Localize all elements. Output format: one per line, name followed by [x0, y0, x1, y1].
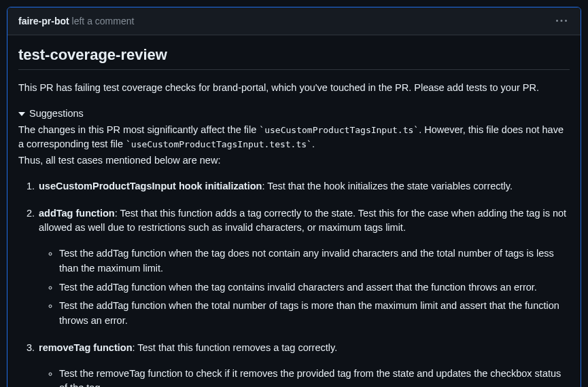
suggestions-para-1: The changes in this PR most significantl… — [18, 123, 570, 153]
item-title: removeTag function — [39, 342, 133, 353]
sub-list-item: Test the addTag function when the tag do… — [59, 246, 570, 276]
sub-list-item: Test the removeTag function to check if … — [59, 367, 570, 388]
more-options-button[interactable] — [553, 13, 570, 29]
sub-list-item: Test the addTag function when the tag co… — [59, 280, 570, 295]
comment-header-text: faire-pr-bot left a comment — [18, 16, 134, 26]
code-filename: `useCustomProductTagsInput.test.ts` — [126, 139, 312, 149]
sub-list-item: Test the addTag function when the total … — [59, 299, 570, 329]
triangle-down-icon — [18, 112, 25, 116]
suggestions-toggle[interactable]: Suggestions — [18, 107, 570, 122]
item-title: addTag function — [39, 208, 115, 219]
comment-header: faire-pr-bot left a comment — [7, 7, 581, 35]
comment-body: test-coverage-review This PR has failing… — [7, 35, 581, 387]
intro-paragraph: This PR has failing test coverage checks… — [18, 81, 570, 96]
item-desc: : Test that this function removes a tag … — [133, 342, 338, 353]
comment-title: test-coverage-review — [18, 46, 570, 70]
comment-author[interactable]: faire-pr-bot — [18, 16, 69, 26]
list-item: addTag function: Test that this function… — [37, 206, 570, 329]
list-item: removeTag function: Test that this funct… — [37, 341, 570, 387]
comment-action: left a comment — [69, 16, 135, 26]
suggestions-para-2: Thus, all test cases mentioned below are… — [18, 153, 570, 168]
suggestions-section: Suggestions The changes in this PR most … — [18, 107, 570, 387]
list-item: useCustomProductTagsInput hook initializ… — [37, 179, 570, 194]
item-title: useCustomProductTagsInput hook initializ… — [39, 181, 262, 191]
sub-list: Test the removeTag function to check if … — [59, 367, 570, 388]
comment-container: faire-pr-bot left a comment test-coverag… — [7, 7, 581, 387]
code-filename: `useCustomProductTagsInput.ts` — [259, 125, 419, 135]
sub-list: Test the addTag function when the tag do… — [59, 246, 570, 329]
item-desc: : Test that the hook initializes the sta… — [262, 181, 513, 191]
suggestions-label: Suggestions — [29, 107, 84, 122]
item-desc: : Test that this function adds a tag cor… — [39, 208, 566, 234]
text: The changes in this PR most significantl… — [18, 124, 259, 135]
suggestions-ordered-list: useCustomProductTagsInput hook initializ… — [37, 179, 570, 387]
text: . — [312, 139, 315, 149]
kebab-horizontal-icon — [556, 16, 567, 26]
